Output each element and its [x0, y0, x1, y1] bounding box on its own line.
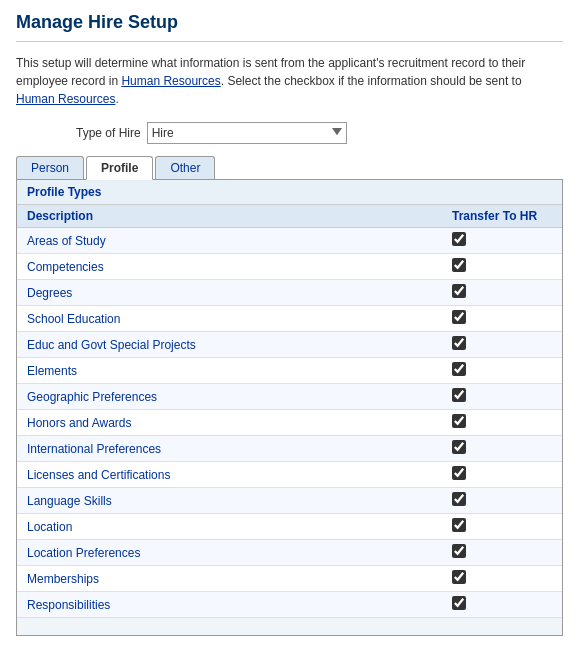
row-checkbox-cell — [442, 280, 562, 306]
row-checkbox-cell — [442, 592, 562, 618]
tabs-bar: Person Profile Other — [16, 156, 563, 180]
table-row: Competencies — [17, 254, 562, 280]
row-description: Competencies — [17, 254, 442, 280]
table-row: Location — [17, 514, 562, 540]
row-description: Licenses and Certifications — [17, 462, 442, 488]
table-row: Location Preferences — [17, 540, 562, 566]
table-row: Educ and Govt Special Projects — [17, 332, 562, 358]
row-description: Educ and Govt Special Projects — [17, 332, 442, 358]
col-transfer: Transfer To HR — [442, 205, 562, 228]
row-checkbox-cell — [442, 384, 562, 410]
type-of-hire-row: Type of Hire Hire — [16, 122, 563, 144]
row-checkbox-cell — [442, 254, 562, 280]
row-checkbox-cell — [442, 436, 562, 462]
row-description: Degrees — [17, 280, 442, 306]
row-description: Responsibilities — [17, 592, 442, 618]
row-description: Location Preferences — [17, 540, 442, 566]
page-title: Manage Hire Setup — [16, 12, 563, 42]
table-row: School Education — [17, 306, 562, 332]
row-checkbox-cell — [442, 514, 562, 540]
row-checkbox-cell — [442, 566, 562, 592]
row-description: Location — [17, 514, 442, 540]
transfer-checkbox[interactable] — [452, 258, 466, 272]
type-of-hire-label: Type of Hire — [76, 126, 141, 140]
row-description: Elements — [17, 358, 442, 384]
transfer-checkbox[interactable] — [452, 596, 466, 610]
hr-link-1[interactable]: Human Resources — [121, 74, 220, 88]
row-description: Memberships — [17, 566, 442, 592]
main-panel: Profile Types Description Transfer To HR… — [16, 180, 563, 636]
transfer-checkbox[interactable] — [452, 388, 466, 402]
page-container: Manage Hire Setup This setup will determ… — [0, 0, 579, 648]
table-header-row: Description Transfer To HR — [17, 205, 562, 228]
transfer-checkbox[interactable] — [452, 232, 466, 246]
row-description: International Preferences — [17, 436, 442, 462]
tab-other[interactable]: Other — [155, 156, 215, 179]
transfer-checkbox[interactable] — [452, 440, 466, 454]
transfer-checkbox[interactable] — [452, 544, 466, 558]
table-row: Language Skills — [17, 488, 562, 514]
transfer-checkbox[interactable] — [452, 414, 466, 428]
profile-types-table: Description Transfer To HR Areas of Stud… — [17, 205, 562, 618]
transfer-checkbox[interactable] — [452, 284, 466, 298]
transfer-checkbox[interactable] — [452, 466, 466, 480]
table-row: Memberships — [17, 566, 562, 592]
row-checkbox-cell — [442, 488, 562, 514]
row-checkbox-cell — [442, 228, 562, 254]
row-description: Geographic Preferences — [17, 384, 442, 410]
table-row: Honors and Awards — [17, 410, 562, 436]
row-checkbox-cell — [442, 462, 562, 488]
table-row: Elements — [17, 358, 562, 384]
row-checkbox-cell — [442, 540, 562, 566]
description-text: This setup will determine what informati… — [16, 54, 563, 108]
table-row: Responsibilities — [17, 592, 562, 618]
transfer-checkbox[interactable] — [452, 570, 466, 584]
row-description: Language Skills — [17, 488, 442, 514]
row-checkbox-cell — [442, 332, 562, 358]
row-checkbox-cell — [442, 358, 562, 384]
hire-select[interactable]: Hire — [147, 122, 347, 144]
table-row: Licenses and Certifications — [17, 462, 562, 488]
table-row: Geographic Preferences — [17, 384, 562, 410]
row-description: School Education — [17, 306, 442, 332]
row-description: Areas of Study — [17, 228, 442, 254]
table-row: International Preferences — [17, 436, 562, 462]
profile-types-header: Profile Types — [17, 180, 562, 205]
tab-person[interactable]: Person — [16, 156, 84, 179]
transfer-checkbox[interactable] — [452, 362, 466, 376]
transfer-checkbox[interactable] — [452, 310, 466, 324]
table-container[interactable]: Description Transfer To HR Areas of Stud… — [17, 205, 562, 635]
tab-profile[interactable]: Profile — [86, 156, 153, 180]
row-checkbox-cell — [442, 306, 562, 332]
col-description: Description — [17, 205, 442, 228]
row-checkbox-cell — [442, 410, 562, 436]
transfer-checkbox[interactable] — [452, 492, 466, 506]
row-description: Honors and Awards — [17, 410, 442, 436]
transfer-checkbox[interactable] — [452, 336, 466, 350]
transfer-checkbox[interactable] — [452, 518, 466, 532]
hr-link-2[interactable]: Human Resources — [16, 92, 115, 106]
table-row: Areas of Study — [17, 228, 562, 254]
table-row: Degrees — [17, 280, 562, 306]
